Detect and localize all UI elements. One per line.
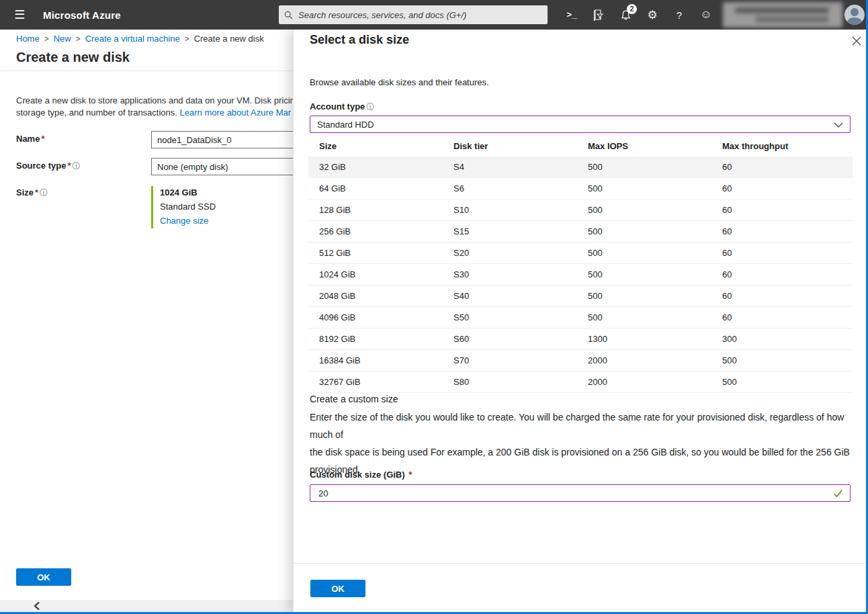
breadcrumb-home[interactable]: Home	[16, 34, 40, 44]
notification-badge: 2	[627, 4, 637, 14]
disk-size-row[interactable]: 64 GiBS650060	[308, 178, 853, 200]
required-asterisk: *	[67, 161, 71, 171]
disk-size-row[interactable]: 512 GiBS2050060	[308, 243, 853, 264]
disk-row-cell: 500	[577, 248, 711, 258]
account-type-dropdown[interactable]: Standard HDD	[310, 116, 851, 133]
account-info-redacted[interactable]	[723, 2, 842, 28]
top-bar: ☰ Microsoft Azure >_ 2 ⚙ ? ☺	[0, 0, 868, 30]
disk-size-row[interactable]: 256 GiBS1550060	[308, 221, 853, 243]
global-search[interactable]	[279, 5, 548, 24]
chevron-down-icon	[834, 120, 843, 130]
disk-row-cell: S15	[443, 226, 577, 236]
size-sku: Standard SSD	[160, 202, 216, 212]
panel-footer-divider	[294, 563, 868, 564]
disk-row-cell: 60	[711, 248, 853, 258]
disk-row-cell: 256 GiB	[308, 226, 443, 236]
custom-disk-size-label: Custom disk size (GiB) *	[310, 470, 412, 480]
size-summary: 1024 GiB Standard SSD Change size	[151, 186, 216, 228]
close-icon[interactable]	[850, 34, 863, 48]
cloud-shell-icon[interactable]: >_	[560, 0, 584, 30]
disk-row-cell: 32767 GiB	[308, 377, 443, 387]
disk-table-header: Size Disk tier Max IOPS Max throughput	[308, 136, 853, 157]
scroll-left-chevron-icon[interactable]	[34, 601, 40, 611]
required-asterisk: *	[35, 187, 38, 198]
col-disk-tier: Disk tier	[443, 141, 577, 151]
disk-row-cell: S50	[443, 312, 577, 322]
panel-ok-button[interactable]: OK	[310, 580, 365, 597]
disk-row-cell: 500	[577, 269, 711, 279]
page-description: Create a new disk to store applications …	[16, 95, 293, 119]
disk-row-cell: 500	[577, 183, 711, 193]
name-label: Name*	[16, 134, 44, 144]
notifications-bell-icon[interactable]: 2	[613, 0, 638, 30]
disk-size-row[interactable]: 8192 GiBS601300300	[308, 328, 853, 350]
col-max-throughput: Max throughput	[711, 141, 853, 151]
disk-size-row[interactable]: 2048 GiBS4050060	[308, 286, 853, 307]
disk-row-cell: S30	[443, 269, 577, 279]
source-type-label: Source type*ⓘ	[16, 161, 80, 172]
custom-size-description: Enter the size of the disk you would lik…	[310, 408, 854, 478]
disk-row-cell: 500	[711, 355, 853, 365]
breadcrumb: Home > New > Create a virtual machine > …	[16, 34, 264, 44]
disk-size-row[interactable]: 4096 GiBS5050060	[308, 307, 853, 328]
account-type-label: Account typeⓘ	[310, 101, 374, 113]
hamburger-menu-icon[interactable]: ☰	[8, 0, 31, 30]
horizontal-scrollbar[interactable]	[0, 600, 293, 612]
info-icon: ⓘ	[40, 188, 48, 198]
disk-row-cell: 2048 GiB	[308, 291, 443, 301]
search-input[interactable]	[297, 9, 542, 21]
disk-size-row[interactable]: 32 GiBS450060	[308, 157, 853, 178]
disk-row-cell: 2000	[577, 355, 711, 365]
settings-gear-icon[interactable]: ⚙	[640, 0, 664, 30]
change-size-link[interactable]: Change size	[160, 216, 216, 226]
disk-row-cell: 60	[711, 269, 853, 279]
breadcrumb-separator: >	[76, 34, 81, 44]
app-title[interactable]: Microsoft Azure	[43, 0, 121, 30]
page-title: Create a new disk	[16, 50, 130, 65]
disk-row-cell: 500	[577, 205, 711, 215]
disk-row-cell: 300	[711, 334, 853, 344]
disk-row-cell: 1024 GiB	[308, 269, 443, 279]
disk-row-cell: 60	[711, 205, 853, 215]
disk-row-cell: 64 GiB	[308, 183, 443, 193]
disk-row-cell: 60	[711, 183, 853, 193]
size-label: Size*ⓘ	[16, 187, 48, 199]
disk-size-row[interactable]: 1024 GiBS3050060	[308, 264, 853, 286]
disk-row-cell: S40	[443, 291, 577, 301]
disk-row-cell: 16384 GiB	[308, 355, 443, 365]
panel-subtitle: Browse available disk sizes and their fe…	[310, 77, 489, 87]
learn-more-link[interactable]: Learn more about Azure Mar	[180, 107, 291, 118]
disk-row-cell: 60	[711, 162, 853, 172]
required-asterisk: *	[406, 470, 413, 480]
breadcrumb-separator: >	[185, 34, 189, 44]
disk-row-cell: 4096 GiB	[308, 312, 443, 322]
col-max-iops: Max IOPS	[577, 141, 711, 151]
page-ok-button[interactable]: OK	[16, 568, 71, 586]
header-divider	[0, 71, 293, 71]
disk-size-row[interactable]: 16384 GiBS702000500	[308, 350, 853, 371]
custom-disk-size-input[interactable]	[317, 488, 829, 499]
breadcrumb-create-vm[interactable]: Create a virtual machine	[85, 34, 180, 44]
disk-row-cell: 500	[711, 377, 853, 387]
disk-size-table: Size Disk tier Max IOPS Max throughput 3…	[308, 136, 853, 393]
directory-filter-icon[interactable]	[587, 0, 611, 30]
help-icon[interactable]: ?	[667, 0, 691, 30]
custom-disk-size-field	[310, 484, 851, 502]
user-avatar[interactable]	[844, 5, 865, 25]
disk-size-row[interactable]: 32767 GiBS802000500	[308, 371, 853, 393]
search-icon	[284, 11, 293, 19]
disk-row-cell: 32 GiB	[308, 162, 443, 172]
disk-row-cell: 500	[577, 312, 711, 322]
disk-row-cell: 2000	[577, 377, 711, 387]
feedback-smiley-icon[interactable]: ☺	[694, 0, 718, 30]
breadcrumb-new[interactable]: New	[54, 34, 71, 44]
disk-row-cell: S60	[443, 334, 577, 344]
disk-row-cell: 60	[711, 291, 853, 301]
disk-row-cell: 8192 GiB	[308, 334, 443, 344]
disk-row-cell: 500	[577, 162, 711, 172]
disk-size-row[interactable]: 128 GiBS1050060	[308, 200, 853, 221]
info-icon: ⓘ	[72, 161, 80, 171]
disk-row-cell: S6	[443, 183, 577, 193]
select-disk-size-panel: Select a disk size Browse available disk…	[293, 30, 868, 614]
breadcrumb-current: Create a new disk	[194, 34, 264, 44]
